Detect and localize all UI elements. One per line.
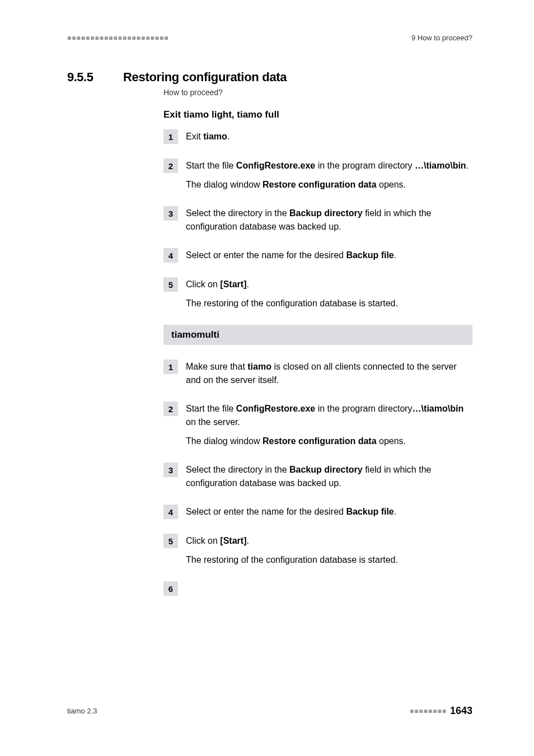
- step: 1Exit tiamo.: [163, 129, 472, 144]
- step-paragraph: Start the file ConfigRestore.exe in the …: [186, 402, 472, 429]
- footer-right: ■■■■■■■■ 1643: [410, 705, 472, 717]
- section-subtitle: How to proceed?: [163, 88, 472, 97]
- header-breadcrumb: 9 How to proceed?: [411, 34, 472, 42]
- bold-text: …\tiamo\bin: [415, 161, 466, 170]
- text-run: Click on: [186, 536, 220, 545]
- step-paragraph: The dialog window Restore configuration …: [186, 178, 472, 192]
- part1-steps: 1Exit tiamo.2Start the file ConfigRestor…: [163, 129, 472, 310]
- step: 6: [163, 581, 472, 596]
- bold-text: Backup directory: [289, 465, 363, 474]
- step-number-badge: 5: [163, 277, 178, 292]
- text-run: The restoring of the configuration datab…: [186, 555, 398, 564]
- text-run: .: [227, 132, 229, 141]
- text-run: on the server.: [186, 417, 240, 427]
- bold-text: Restore configuration data: [263, 180, 377, 189]
- step-paragraph: Exit tiamo.: [186, 130, 472, 143]
- step-number-badge: 3: [163, 206, 178, 221]
- text-run: Select or enter the name for the desired: [186, 507, 346, 516]
- step: 5Click on [Start].The restoring of the c…: [163, 534, 472, 567]
- step: 2Start the file ConfigRestore.exe in the…: [163, 402, 472, 448]
- step-body: Make sure that tiamo is closed on all cl…: [186, 360, 472, 387]
- header-decor: ■■■■■■■■■■■■■■■■■■■■■■: [67, 34, 168, 42]
- step: 5Click on [Start].The restoring of the c…: [163, 277, 472, 310]
- text-run: .: [246, 279, 249, 289]
- bold-text: Restore configuration data: [263, 436, 377, 446]
- step-paragraph: Select the directory in the Backup direc…: [186, 207, 472, 234]
- text-run: in the program directory: [315, 404, 412, 413]
- step-paragraph: Click on [Start].: [186, 534, 472, 548]
- step-body: Select the directory in the Backup direc…: [186, 463, 472, 490]
- step-paragraph: The restoring of the configuration datab…: [186, 553, 472, 567]
- step-paragraph: Make sure that tiamo is closed on all cl…: [186, 360, 472, 387]
- text-run: Select the directory in the: [186, 465, 289, 474]
- step-number-badge: 2: [163, 402, 178, 416]
- step: 4Select or enter the name for the desire…: [163, 248, 472, 263]
- step-paragraph: Select or enter the name for the desired…: [186, 505, 472, 519]
- step-paragraph: Start the file ConfigRestore.exe in the …: [186, 159, 472, 172]
- bold-text: Backup directory: [289, 208, 363, 218]
- bold-text: ConfigRestore.exe: [236, 161, 315, 170]
- text-run: .: [246, 536, 249, 545]
- step-paragraph: Click on [Start].: [186, 278, 472, 291]
- text-run: Exit: [186, 132, 203, 141]
- step-number-badge: 6: [163, 581, 178, 596]
- text-run: Make sure that: [186, 362, 247, 371]
- section-number: 9.5.5: [67, 70, 107, 85]
- step: 1Make sure that tiamo is closed on all c…: [163, 360, 472, 387]
- step-number-badge: 5: [163, 534, 178, 548]
- step-body: Start the file ConfigRestore.exe in the …: [186, 158, 472, 192]
- step: 3Select the directory in the Backup dire…: [163, 206, 472, 234]
- step-body: Select the directory in the Backup direc…: [186, 206, 472, 234]
- text-run: Select or enter the name for the desired: [186, 250, 346, 260]
- text-run: opens.: [377, 436, 406, 446]
- step-body: Start the file ConfigRestore.exe in the …: [186, 402, 472, 448]
- page-header: ■■■■■■■■■■■■■■■■■■■■■■ 9 How to proceed?: [67, 34, 472, 42]
- bold-text: tiamo: [203, 132, 227, 141]
- bold-text: Backup file: [346, 507, 394, 516]
- footer-left: tiamo 2.3: [67, 707, 97, 715]
- text-run: The restoring of the configuration datab…: [186, 298, 398, 308]
- text-run: .: [394, 507, 396, 516]
- text-run: Start the file: [186, 404, 236, 413]
- text-run: The dialog window: [186, 180, 263, 189]
- step-body: Select or enter the name for the desired…: [186, 248, 472, 262]
- step-body: Click on [Start].The restoring of the co…: [186, 534, 472, 567]
- bold-text: tiamo: [247, 362, 271, 371]
- step: 3Select the directory in the Backup dire…: [163, 463, 472, 490]
- part1-heading: Exit tiamo light, tiamo full: [163, 109, 472, 120]
- step-body: [186, 581, 472, 582]
- part2-steps: 1Make sure that tiamo is closed on all c…: [163, 360, 472, 596]
- text-run: Click on: [186, 279, 220, 289]
- section-title: Restoring configuration data: [123, 70, 287, 85]
- step-paragraph: Select or enter the name for the desired…: [186, 249, 472, 262]
- step-number-badge: 1: [163, 129, 178, 144]
- step-number-badge: 4: [163, 248, 178, 263]
- step-number-badge: 2: [163, 158, 178, 173]
- text-run: .: [466, 161, 469, 170]
- bold-text: [Start]: [220, 279, 246, 289]
- step-paragraph: The dialog window Restore configuration …: [186, 435, 472, 448]
- step-number-badge: 4: [163, 505, 178, 519]
- step-number-badge: 1: [163, 360, 178, 374]
- bold-text: Backup file: [346, 250, 394, 260]
- content-area: How to proceed? Exit tiamo light, tiamo …: [163, 88, 472, 596]
- text-run: .: [394, 250, 396, 260]
- page-footer: tiamo 2.3 ■■■■■■■■ 1643: [67, 705, 472, 717]
- text-run: Select the directory in the: [186, 208, 289, 218]
- step-body: Exit tiamo.: [186, 129, 472, 143]
- step-paragraph: The restoring of the configuration datab…: [186, 297, 472, 310]
- text-run: opens.: [377, 180, 406, 189]
- part2-heading: tiamomulti: [163, 325, 472, 345]
- page-number: 1643: [450, 705, 472, 717]
- step-number-badge: 3: [163, 463, 178, 477]
- text-run: in the program directory: [315, 161, 415, 170]
- step: 4Select or enter the name for the desire…: [163, 505, 472, 519]
- step: 2Start the file ConfigRestore.exe in the…: [163, 158, 472, 192]
- step-paragraph: Select the directory in the Backup direc…: [186, 463, 472, 490]
- text-run: Start the file: [186, 161, 236, 170]
- bold-text: [Start]: [220, 536, 246, 545]
- step-body: Click on [Start].The restoring of the co…: [186, 277, 472, 310]
- text-run: The dialog window: [186, 436, 263, 446]
- step-body: Select or enter the name for the desired…: [186, 505, 472, 519]
- section-heading-row: 9.5.5 Restoring configuration data: [67, 70, 472, 85]
